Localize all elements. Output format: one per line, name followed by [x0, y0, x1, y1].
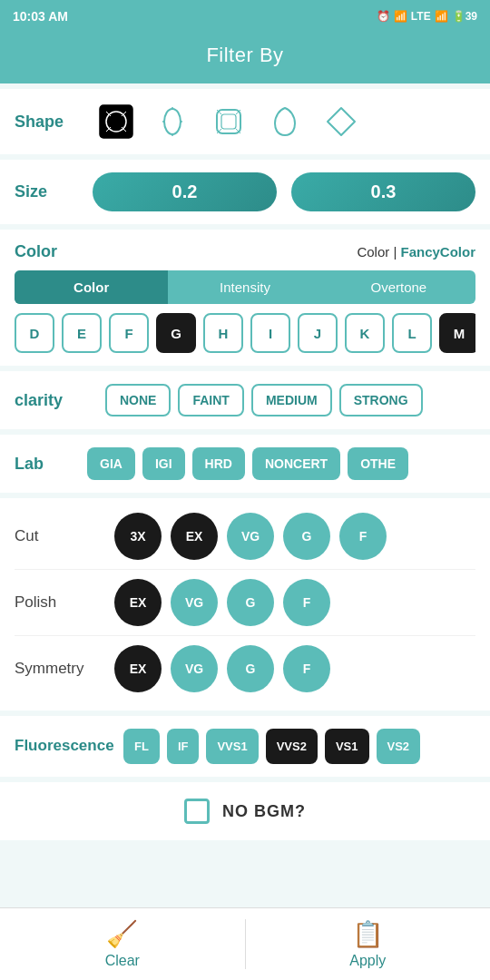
shape-section: Shape — [0, 89, 490, 154]
color-label: Color — [15, 242, 57, 261]
symmetry-f[interactable]: F — [283, 645, 330, 692]
data-icon: LTE — [411, 10, 431, 23]
tab-intensity[interactable]: Intensity — [168, 270, 321, 304]
nobgm-section: NO BGM? — [0, 782, 490, 840]
lab-other[interactable]: OTHE — [348, 447, 408, 480]
size-min-pill[interactable]: 0.2 — [93, 172, 277, 211]
lab-section: Lab GIA IGI HRD NONCERT OTHE — [0, 435, 490, 493]
clarity-faint[interactable]: FAINT — [178, 384, 243, 416]
clarity-strong[interactable]: STRONG — [339, 384, 423, 416]
clear-button[interactable]: 🧹 Clear — [0, 908, 245, 980]
lab-gia[interactable]: GIA — [87, 447, 135, 480]
lab-label: Lab — [15, 455, 78, 474]
apply-label: Apply — [349, 953, 386, 969]
cut-label: Cut — [15, 527, 114, 545]
polish-ex[interactable]: EX — [114, 579, 162, 626]
symmetry-label: Symmetry — [15, 660, 114, 678]
shape-cushion[interactable] — [209, 102, 249, 142]
color-section: Color Color | FancyColor Color Intensity… — [0, 230, 490, 366]
cut-chips: 3X EX VG G F — [114, 513, 387, 560]
size-label: Size — [15, 182, 78, 201]
clarity-chips: NONE FAINT MEDIUM STRONG — [105, 384, 423, 416]
nobgm-checkbox[interactable] — [184, 799, 210, 824]
cut-ex[interactable]: EX — [171, 513, 218, 560]
lab-igi[interactable]: IGI — [142, 447, 185, 480]
chip-I[interactable]: I — [250, 313, 290, 353]
cut-f[interactable]: F — [339, 513, 387, 560]
nobgm-label: NO BGM? — [222, 802, 306, 821]
shape-oval[interactable] — [152, 102, 192, 142]
chip-F[interactable]: F — [109, 313, 149, 353]
chip-D[interactable]: D — [15, 313, 54, 353]
apply-icon: 📋 — [352, 919, 384, 949]
cps-section: Cut 3X EX VG G F Polish EX VG G F Symmet… — [0, 498, 490, 710]
svg-rect-0 — [100, 105, 132, 138]
svg-rect-12 — [221, 114, 236, 129]
clarity-none[interactable]: NONE — [105, 384, 171, 416]
svg-point-6 — [164, 109, 181, 134]
tab-overtone[interactable]: Overtone — [322, 270, 475, 304]
fluorescence-label: Fluorescence — [15, 736, 114, 756]
status-icons: ⏰ 📶 LTE 📶 🔋39 — [377, 10, 477, 23]
fluor-if[interactable]: IF — [167, 729, 200, 764]
alarm-icon: ⏰ — [377, 10, 390, 23]
chip-H[interactable]: H — [203, 313, 243, 353]
battery-icon: 🔋39 — [452, 10, 477, 23]
clarity-label: clarity — [15, 391, 96, 410]
clear-icon: 🧹 — [106, 919, 138, 949]
color-toggle[interactable]: Color | FancyColor — [357, 244, 475, 260]
symmetry-g[interactable]: G — [227, 645, 274, 692]
chip-J[interactable]: J — [298, 313, 338, 353]
polish-label: Polish — [15, 593, 114, 612]
status-time: 10:03 AM — [13, 9, 68, 24]
polish-row: Polish EX VG G F — [15, 570, 475, 636]
apply-button[interactable]: 📋 Apply — [246, 908, 491, 980]
signal-icon: 📶 — [394, 10, 407, 23]
chip-L[interactable]: L — [392, 313, 432, 353]
bottom-bar: 🧹 Clear 📋 Apply — [0, 907, 490, 980]
lab-hrd[interactable]: HRD — [192, 447, 245, 480]
symmetry-ex[interactable]: EX — [114, 645, 162, 692]
shape-icons-container — [96, 102, 361, 142]
tab-color[interactable]: Color — [15, 270, 168, 304]
fluor-fl[interactable]: FL — [123, 729, 160, 764]
page-header: Filter By — [0, 33, 490, 83]
shape-marquise[interactable] — [321, 102, 361, 142]
lab-noncert[interactable]: NONCERT — [252, 447, 340, 480]
status-bar: 10:03 AM ⏰ 📶 LTE 📶 🔋39 — [0, 0, 490, 33]
symmetry-chips: EX VG G F — [114, 645, 330, 692]
lab-chips: GIA IGI HRD NONCERT OTHE — [87, 447, 408, 480]
cut-g[interactable]: G — [283, 513, 330, 560]
symmetry-vg[interactable]: VG — [171, 645, 218, 692]
chip-M[interactable]: M — [439, 313, 475, 353]
fluor-vs2[interactable]: VS2 — [377, 729, 421, 764]
shape-label: Shape — [15, 113, 96, 132]
clarity-section: clarity NONE FAINT MEDIUM STRONG — [0, 371, 490, 429]
chip-G[interactable]: G — [156, 313, 196, 353]
cut-vg[interactable]: VG — [227, 513, 274, 560]
shape-round[interactable] — [96, 102, 136, 142]
cut-row: Cut 3X EX VG G F — [15, 504, 475, 570]
symmetry-row: Symmetry EX VG G F — [15, 636, 475, 701]
clarity-medium[interactable]: MEDIUM — [251, 384, 332, 416]
shape-pear[interactable] — [265, 102, 305, 142]
fluorescence-section: Fluorescence FL IF VVS1 VVS2 VS1 VS2 — [0, 716, 490, 777]
wifi-icon: 📶 — [435, 10, 448, 23]
fluor-vvs1[interactable]: VVS1 — [206, 729, 258, 764]
polish-chips: EX VG G F — [114, 579, 330, 626]
color-tabs: Color Intensity Overtone — [15, 270, 475, 304]
polish-f[interactable]: F — [283, 579, 330, 626]
polish-vg[interactable]: VG — [171, 579, 218, 626]
clear-label: Clear — [105, 953, 140, 969]
fluor-vs1[interactable]: VS1 — [325, 729, 369, 764]
chip-E[interactable]: E — [62, 313, 102, 353]
fluor-vvs2[interactable]: VVS2 — [266, 729, 318, 764]
cut-3x[interactable]: 3X — [114, 513, 162, 560]
polish-g[interactable]: G — [227, 579, 274, 626]
fluorescence-chips: FL IF VVS1 VVS2 VS1 VS2 — [123, 729, 420, 764]
size-max-pill[interactable]: 0.3 — [291, 172, 475, 211]
chip-K[interactable]: K — [345, 313, 385, 353]
header-title: Filter By — [206, 44, 283, 66]
size-section: Size 0.2 0.3 — [0, 160, 490, 224]
color-chips: D E F G H I J K L M N — [15, 313, 475, 353]
